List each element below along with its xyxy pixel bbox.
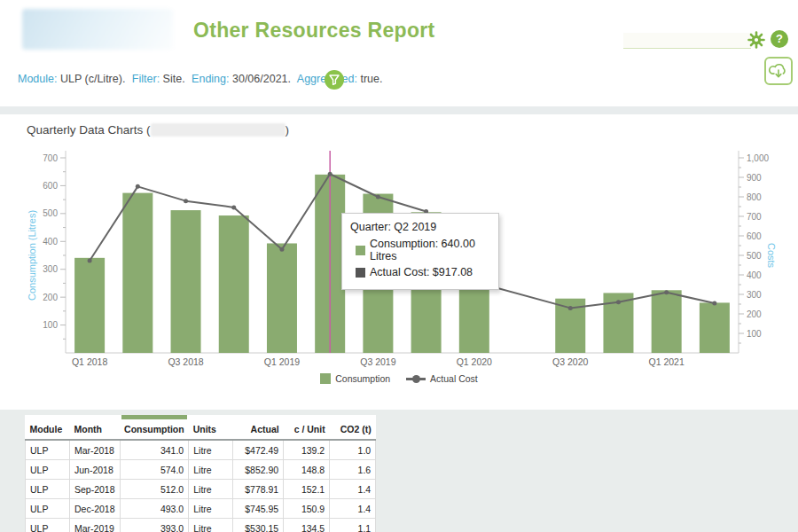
table-cell: 150.9 xyxy=(284,499,330,519)
bar-q2-2021[interactable] xyxy=(700,302,730,353)
table-cell: 1.1 xyxy=(330,519,376,532)
bar-q4-2018[interactable] xyxy=(219,215,249,353)
table-cell: $852.90 xyxy=(233,460,284,480)
svg-text:700: 700 xyxy=(747,212,762,222)
bar-q2-2018[interactable] xyxy=(122,193,153,353)
tooltip-quarter: Quarter: Q2 2019 xyxy=(350,221,490,233)
sort-indicator xyxy=(121,415,187,419)
legend-label-consumption: Consumption xyxy=(335,373,390,384)
tooltip-cost-value: Actual Cost: $917.08 xyxy=(370,266,473,278)
table-cell: Mar-2018 xyxy=(70,440,121,460)
filter-label-filter: Filter: xyxy=(132,73,160,85)
tooltip-consumption-swatch-icon xyxy=(356,246,365,255)
legend-item-consumption[interactable]: Consumption xyxy=(320,373,390,384)
table-cell: Mar-2019 xyxy=(70,519,121,532)
help-icon[interactable]: ? xyxy=(771,30,788,48)
svg-text:Q3 2019: Q3 2019 xyxy=(360,356,395,367)
svg-text:300: 300 xyxy=(43,264,58,274)
chart-title-suffix: ) xyxy=(286,123,290,137)
filter-label-ending: Ending: xyxy=(192,73,229,85)
column-header-co2-t-[interactable]: CO2 (t) xyxy=(330,415,376,440)
table-cell: ULP xyxy=(26,460,70,480)
table-cell: Sep-2018 xyxy=(70,480,121,499)
search-input[interactable] xyxy=(623,33,751,49)
table-cell: ULP xyxy=(26,480,70,499)
svg-text:Q3 2018: Q3 2018 xyxy=(168,356,203,367)
download-report-button[interactable] xyxy=(764,57,793,85)
svg-text:100: 100 xyxy=(43,320,58,330)
svg-text:400: 400 xyxy=(747,270,762,280)
svg-text:200: 200 xyxy=(747,309,762,319)
svg-text:300: 300 xyxy=(747,290,762,300)
table-cell: 1.4 xyxy=(330,499,376,519)
chart-tooltip: Quarter: Q2 2019 Consumption: 640.00 Lit… xyxy=(341,213,499,290)
svg-text:400: 400 xyxy=(43,237,58,246)
other-resources-report-page: { "colors": { "accent_green": "#8cba56",… xyxy=(0,0,798,532)
table-cell: Litre xyxy=(189,499,233,519)
svg-text:900: 900 xyxy=(747,173,762,183)
table-cell: Dec-2018 xyxy=(70,499,121,519)
table-row: ULPSep-2018512.0Litre$778.91152.11.4 xyxy=(26,480,376,499)
svg-text:700: 700 xyxy=(43,153,58,163)
table-cell: 493.0 xyxy=(120,499,189,519)
funnel-icon xyxy=(329,74,340,85)
tooltip-cost-swatch-icon xyxy=(356,268,365,278)
table-cell: Litre xyxy=(189,519,233,532)
tooltip-consumption-value: Consumption: 640.00 Litres xyxy=(370,238,490,262)
table-cell: 148.8 xyxy=(284,460,330,480)
chart-legend: Consumption Actual Cost xyxy=(0,373,798,384)
table-cell: 139.2 xyxy=(284,440,330,460)
column-header-c-unit[interactable]: c / Unit xyxy=(284,415,330,440)
table-cell: Litre xyxy=(189,440,233,460)
svg-text:100: 100 xyxy=(747,329,762,339)
svg-text:Costs: Costs xyxy=(766,243,777,269)
legend-label-actual-cost: Actual Cost xyxy=(430,373,478,384)
table-cell: $778.91 xyxy=(233,480,284,499)
filter-label-module: Module: xyxy=(18,73,57,85)
edit-filters-button[interactable] xyxy=(325,70,344,90)
cloud-download-icon xyxy=(769,62,788,80)
svg-text:500: 500 xyxy=(43,208,58,218)
column-header-actual[interactable]: Actual xyxy=(233,415,284,440)
column-header-consumption[interactable]: Consumption xyxy=(120,415,189,440)
table-row: ULPDec-2018493.0Litre$745.95150.91.4 xyxy=(26,499,376,519)
svg-text:500: 500 xyxy=(747,251,762,261)
gear-icon xyxy=(747,31,765,49)
svg-text:Q1 2020: Q1 2020 xyxy=(457,356,492,367)
table-cell: Jun-2018 xyxy=(70,460,121,480)
filter-value-module: ULP (c/Litre). xyxy=(60,73,125,85)
chart-title-redacted xyxy=(151,123,286,137)
bar-q3-2018[interactable] xyxy=(171,210,201,353)
table-cell: $472.49 xyxy=(233,440,284,460)
svg-text:Q1 2021: Q1 2021 xyxy=(649,356,685,367)
column-header-module[interactable]: Module xyxy=(26,415,70,440)
chart-title-prefix: Quarterly Data Charts ( xyxy=(27,123,151,137)
filter-value-aggregated: true. xyxy=(360,73,382,85)
filter-value-ending: 30/06/2021. xyxy=(232,73,291,85)
table-cell: $530.15 xyxy=(233,519,284,532)
table-cell: ULP xyxy=(26,440,70,460)
table-cell: 134.5 xyxy=(284,519,330,532)
svg-text:600: 600 xyxy=(43,181,58,191)
column-header-month[interactable]: Month xyxy=(70,415,121,440)
table-cell: 574.0 xyxy=(120,460,189,480)
column-header-units[interactable]: Units xyxy=(189,415,233,440)
bar-q1-2020[interactable] xyxy=(459,282,489,353)
table-cell: $745.95 xyxy=(233,499,284,519)
table-cell: 393.0 xyxy=(120,519,189,532)
svg-text:200: 200 xyxy=(43,293,58,302)
filter-value-filter: Site. xyxy=(163,73,185,85)
svg-text:Q1 2019: Q1 2019 xyxy=(264,356,300,367)
bar-q1-2021[interactable] xyxy=(652,290,682,353)
table-cell: 1.4 xyxy=(330,480,376,499)
settings-button[interactable] xyxy=(747,31,765,49)
table-row: ULPMar-2019393.0Litre$530.15134.51.1 xyxy=(26,519,376,532)
table-cell: Litre xyxy=(189,460,233,480)
bar-q1-2018[interactable] xyxy=(74,258,105,353)
legend-item-actual-cost[interactable]: Actual Cost xyxy=(406,373,478,384)
table-cell: Litre xyxy=(189,480,233,499)
table-row: ULPMar-2018341.0Litre$472.49139.21.0 xyxy=(26,440,376,460)
bar-q1-2019[interactable] xyxy=(267,243,297,353)
svg-text:Q3 2020: Q3 2020 xyxy=(552,356,588,367)
table-cell: 1.0 xyxy=(330,440,376,460)
